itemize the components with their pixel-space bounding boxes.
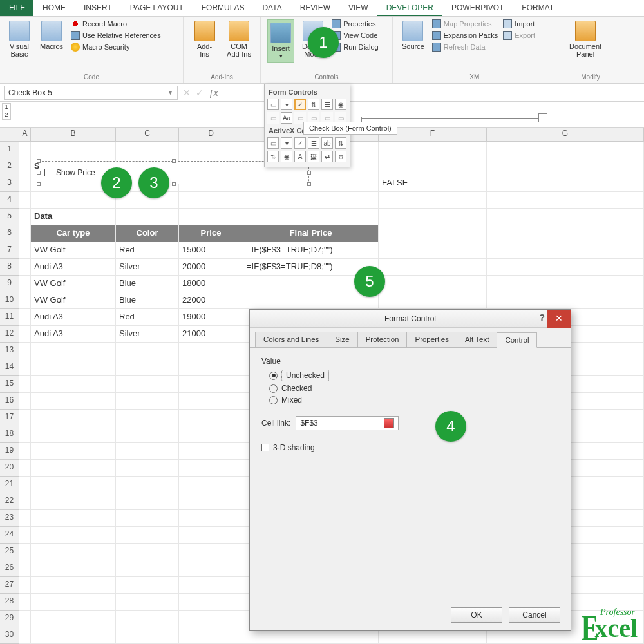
- cell[interactable]: [179, 544, 243, 560]
- tab-home[interactable]: HOME: [33, 0, 75, 16]
- ax-spinner-control[interactable]: ⇅: [267, 151, 279, 162]
- cell[interactable]: VW Golf: [31, 292, 116, 309]
- cell[interactable]: [31, 527, 116, 544]
- row-header[interactable]: 12: [0, 326, 19, 343]
- ax-scrollbar-control[interactable]: ⇅: [335, 137, 346, 149]
- ax-label-control[interactable]: A: [294, 151, 306, 162]
- cell[interactable]: [31, 426, 116, 443]
- cell[interactable]: [116, 544, 179, 560]
- tab-file[interactable]: FILE: [0, 0, 33, 16]
- cell[interactable]: [19, 460, 31, 477]
- cell[interactable]: Silver: [116, 259, 179, 276]
- cell[interactable]: [19, 594, 31, 611]
- cell[interactable]: Final Price: [243, 225, 379, 242]
- cell[interactable]: [19, 426, 31, 443]
- cell[interactable]: [19, 410, 31, 426]
- cell[interactable]: [31, 376, 116, 393]
- row-header[interactable]: 26: [0, 560, 19, 577]
- row-header[interactable]: 30: [0, 627, 19, 644]
- cell[interactable]: [179, 527, 243, 544]
- row-header[interactable]: 9: [0, 276, 19, 292]
- cell[interactable]: [379, 209, 487, 225]
- cell[interactable]: Car type: [31, 225, 116, 242]
- fx-icon[interactable]: ƒx: [209, 88, 218, 98]
- ax-listbox-control[interactable]: ☰: [308, 137, 319, 149]
- cell[interactable]: [19, 158, 31, 175]
- cell[interactable]: [31, 493, 116, 510]
- cell[interactable]: 19000: [179, 309, 243, 326]
- row-header[interactable]: 6: [0, 225, 19, 242]
- cell[interactable]: [19, 326, 31, 343]
- macro-security-button[interactable]: Macro Security: [71, 43, 161, 52]
- cell[interactable]: 21000: [179, 326, 243, 343]
- cell[interactable]: VW Golf: [31, 242, 116, 259]
- ax-radio-control[interactable]: ◉: [281, 151, 292, 162]
- cell[interactable]: [116, 209, 179, 225]
- col-header[interactable]: D: [179, 128, 243, 141]
- cell[interactable]: [116, 142, 179, 158]
- cell[interactable]: [31, 477, 116, 493]
- cell[interactable]: [19, 309, 31, 326]
- cell[interactable]: 22000: [179, 292, 243, 309]
- shading-checkbox[interactable]: 3-D shading: [261, 443, 559, 452]
- ax-toggle-control[interactable]: ⇄: [321, 151, 333, 162]
- cell[interactable]: [19, 175, 31, 192]
- row-header[interactable]: 16: [0, 393, 19, 410]
- cell[interactable]: [116, 611, 179, 627]
- row-header[interactable]: 20: [0, 460, 19, 477]
- cell[interactable]: [116, 477, 179, 493]
- cell[interactable]: [19, 292, 31, 309]
- row-header[interactable]: 29: [0, 611, 19, 627]
- cell[interactable]: Silver: [116, 326, 179, 343]
- dlg-tab-protection[interactable]: Protection: [357, 332, 408, 347]
- cell[interactable]: [379, 292, 487, 309]
- ax-combo-control[interactable]: ▾: [281, 137, 292, 149]
- cell[interactable]: [379, 259, 487, 276]
- relative-refs-button[interactable]: Use Relative References: [71, 31, 161, 40]
- tab-pagelayout[interactable]: PAGE LAYOUT: [121, 0, 193, 16]
- radio-checked[interactable]: Checked: [269, 384, 559, 393]
- tab-view[interactable]: VIEW: [339, 0, 377, 16]
- cell[interactable]: [31, 192, 116, 209]
- cell[interactable]: [487, 276, 644, 292]
- cell[interactable]: [19, 577, 31, 594]
- cell[interactable]: [19, 225, 31, 242]
- row-header[interactable]: 11: [0, 309, 19, 326]
- row-header[interactable]: 25: [0, 544, 19, 560]
- cell[interactable]: [31, 594, 116, 611]
- form-button-control[interactable]: ▭: [267, 99, 279, 110]
- dlg-tab-size[interactable]: Size: [327, 332, 357, 347]
- cell[interactable]: Blue: [116, 292, 179, 309]
- cell[interactable]: [379, 158, 487, 175]
- cell[interactable]: [179, 477, 243, 493]
- cell[interactable]: [487, 225, 644, 242]
- cell[interactable]: [243, 209, 379, 225]
- tab-developer[interactable]: DEVELOPER: [377, 0, 442, 16]
- row-header[interactable]: 14: [0, 359, 19, 376]
- tab-powerpivot[interactable]: POWERPIVOT: [442, 0, 513, 16]
- col-header[interactable]: A: [19, 128, 31, 141]
- tab-format[interactable]: FORMAT: [513, 0, 563, 16]
- cancel-button[interactable]: Cancel: [509, 607, 560, 623]
- cell[interactable]: Data: [31, 209, 116, 225]
- dialog-close-button[interactable]: ✕: [547, 310, 571, 328]
- row-header[interactable]: 18: [0, 426, 19, 443]
- row-header[interactable]: 22: [0, 493, 19, 510]
- dialog-titlebar[interactable]: Format Control ? ✕: [250, 310, 571, 328]
- cell[interactable]: [19, 192, 31, 209]
- properties-button[interactable]: Properties: [332, 19, 378, 28]
- cell[interactable]: [179, 209, 243, 225]
- row-header[interactable]: 27: [0, 577, 19, 594]
- cell[interactable]: [487, 242, 644, 259]
- cell[interactable]: [116, 359, 179, 376]
- row-header[interactable]: 10: [0, 292, 19, 309]
- cell[interactable]: Audi A3: [31, 326, 116, 343]
- cell[interactable]: [179, 393, 243, 410]
- tab-formulas[interactable]: FORMULAS: [193, 0, 254, 16]
- form-listbox-control[interactable]: ☰: [321, 99, 333, 110]
- cell[interactable]: [179, 594, 243, 611]
- cell[interactable]: [19, 343, 31, 359]
- cell[interactable]: [31, 443, 116, 460]
- cell[interactable]: [487, 158, 644, 175]
- cell[interactable]: [379, 142, 487, 158]
